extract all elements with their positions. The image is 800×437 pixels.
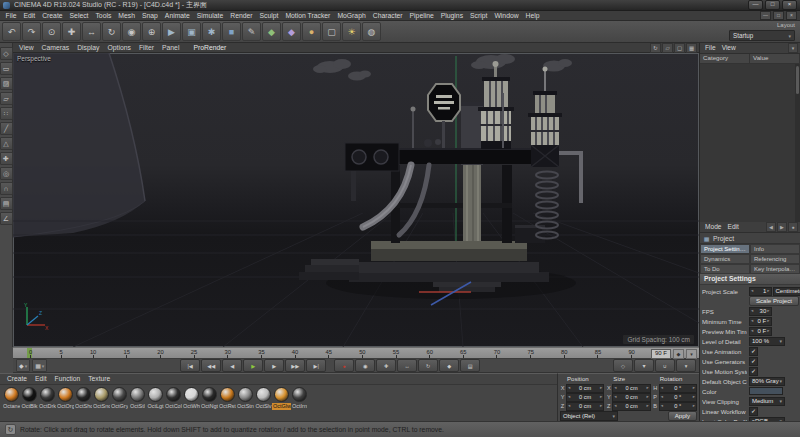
model-mode-icon[interactable]: ▭ — [0, 62, 13, 75]
timeline-tick[interactable]: 85 — [595, 348, 601, 358]
menu-item[interactable]: Tools — [92, 11, 115, 21]
menu-item[interactable]: MoGraph — [334, 11, 369, 21]
scale-tool-icon[interactable]: ↔ — [82, 22, 101, 41]
axis-mode-icon[interactable]: ✚ — [0, 152, 13, 165]
timeline-tick[interactable]: 5 — [59, 348, 62, 358]
minimize-button[interactable]: — — [748, 0, 763, 10]
timeline-tick[interactable]: 25 — [191, 348, 197, 358]
material-sphere-icon[interactable] — [184, 387, 199, 402]
coordinate-system-icon[interactable]: ⊕ — [142, 22, 161, 41]
record-rotation-button[interactable]: ↻ — [418, 359, 438, 372]
keyframe-selection-combo[interactable]: ◆▾ — [16, 359, 30, 372]
add-cube-icon[interactable]: ■ — [222, 22, 241, 41]
workplane-mode-icon[interactable]: ▱ — [0, 92, 13, 105]
add-deformer-icon[interactable]: ◆ — [282, 22, 301, 41]
menu-item[interactable]: Edit — [20, 11, 39, 21]
material-menu-item[interactable]: Function — [51, 374, 85, 384]
material-sphere-icon[interactable] — [58, 387, 73, 402]
keyframe-icon[interactable]: ◆ — [673, 349, 684, 359]
add-camera-icon[interactable]: ▢ — [322, 22, 341, 41]
render-settings-icon[interactable]: ✱ — [202, 22, 221, 41]
render-picture-viewer-icon[interactable]: ▣ — [182, 22, 201, 41]
size-input[interactable]: ◂0 cm▸ — [612, 393, 650, 402]
close-button[interactable]: × — [782, 0, 797, 10]
menu-item[interactable]: Script — [467, 11, 491, 21]
end-frame-field[interactable]: 90 F — [651, 349, 671, 359]
menu-item[interactable]: Select — [66, 11, 92, 21]
viewport-canvas[interactable]: Perspective X Y Z Grid Spacing: 100 cm — [13, 53, 699, 347]
material-item[interactable]: OctNgt — [201, 387, 218, 410]
timeline-tick[interactable]: 15 — [124, 348, 130, 358]
timeline-tick[interactable]: 55 — [393, 348, 399, 358]
checkbox[interactable]: ✓ — [749, 357, 758, 366]
attribute-tab[interactable]: To Do — [700, 264, 750, 274]
timeline-tick[interactable]: 35 — [258, 348, 264, 358]
viewport-menu-prorender[interactable]: ProRender — [189, 44, 230, 51]
next-frame-button[interactable]: ▶ — [264, 359, 284, 372]
material-sphere-icon[interactable] — [130, 387, 145, 402]
layout-dropdown[interactable]: Startup▾ — [729, 30, 795, 41]
points-mode-icon[interactable]: ∷ — [0, 107, 13, 120]
material-item[interactable]: OctStl — [129, 387, 146, 410]
value-input[interactable]: ◂0 F▸ — [749, 327, 772, 336]
timeline-tick[interactable]: 70 — [494, 348, 500, 358]
record-parameter-button[interactable]: ◆ — [439, 359, 459, 372]
doc-maximize-button[interactable]: □ — [773, 11, 784, 20]
live-selection-icon[interactable]: ⊙ — [42, 22, 61, 41]
checkbox[interactable]: ✓ — [749, 407, 758, 416]
material-sphere-icon[interactable] — [94, 387, 109, 402]
material-item[interactable]: OctRst — [219, 387, 236, 410]
viewport-view-label[interactable]: Perspective — [17, 55, 51, 62]
viewport-menu-item[interactable]: Panel — [158, 43, 183, 53]
material-sphere-icon[interactable] — [76, 387, 91, 402]
record-scale-button[interactable]: ↔ — [397, 359, 417, 372]
prev-key-button[interactable]: ◀◀ — [201, 359, 221, 372]
move-tool-icon[interactable]: ✚ — [62, 22, 81, 41]
last-tool-icon[interactable]: ◉ — [122, 22, 141, 41]
timeline-tick[interactable]: 50 — [359, 348, 365, 358]
scale-project-button[interactable]: Scale Project — [749, 296, 799, 306]
timeline-tick[interactable]: 30 — [225, 348, 231, 358]
timeline-tick[interactable]: 10 — [90, 348, 96, 358]
attribute-manager-menu-item[interactable]: Edit — [725, 222, 742, 232]
quantize-icon[interactable]: ∠ — [0, 212, 13, 225]
size-input[interactable]: ◂0 cm▸ — [612, 384, 650, 393]
edges-mode-icon[interactable]: ╱ — [0, 122, 13, 135]
material-item[interactable]: OctCol — [165, 387, 182, 410]
snap-icon[interactable]: ∩ — [0, 182, 13, 195]
marker-icon[interactable]: ▼ — [634, 359, 654, 372]
material-item[interactable]: OctOrg — [57, 387, 74, 410]
timeline-tick[interactable]: 65 — [460, 348, 466, 358]
material-sphere-icon[interactable] — [256, 387, 271, 402]
material-menu-item[interactable]: Create — [3, 374, 31, 384]
material-sphere-icon[interactable] — [4, 387, 19, 402]
material-sphere-icon[interactable] — [166, 387, 181, 402]
attribute-tab[interactable]: Referencing — [750, 254, 800, 264]
timeline-tick[interactable]: 20 — [157, 348, 163, 358]
material-item[interactable]: OctSlv — [255, 387, 272, 410]
om-scrollbar-thumb[interactable] — [796, 66, 799, 94]
record-position-button[interactable]: ✚ — [376, 359, 396, 372]
color-swatch[interactable] — [749, 387, 783, 395]
material-item[interactable]: OctGlw — [273, 387, 290, 410]
timeline-ruler[interactable]: 0 5 10 15 20 25 30 35 40 45 50 55 — [13, 347, 699, 359]
om-scroll-icon[interactable]: ▾ — [788, 43, 798, 53]
play-button[interactable]: ▶ — [243, 359, 263, 372]
menu-item[interactable]: Snap — [138, 11, 161, 21]
autokeying-button[interactable]: ◉ — [355, 359, 375, 372]
maximize-button[interactable]: □ — [765, 0, 780, 10]
record-keyframe-button[interactable]: ● — [334, 359, 354, 372]
material-sphere-icon[interactable] — [274, 387, 289, 402]
options-icon[interactable]: ▾ — [676, 359, 696, 372]
material-sphere-icon[interactable] — [202, 387, 217, 402]
rotation-input[interactable]: ◂0 °▸ — [659, 393, 697, 402]
timeline-tick[interactable]: 40 — [292, 348, 298, 358]
menu-item[interactable]: Character — [369, 11, 406, 21]
magnet-icon[interactable]: ∪ — [655, 359, 675, 372]
view-layout-icon[interactable]: ▦ — [686, 43, 697, 53]
material-menu-item[interactable]: Edit — [31, 374, 51, 384]
ruler-options-icon[interactable]: ▾ — [686, 349, 697, 359]
value-dropdown[interactable]: 100 %▾ — [749, 337, 785, 346]
record-pla-button[interactable]: ▤ — [460, 359, 480, 372]
view-maximize-icon[interactable]: ▢ — [674, 43, 685, 53]
